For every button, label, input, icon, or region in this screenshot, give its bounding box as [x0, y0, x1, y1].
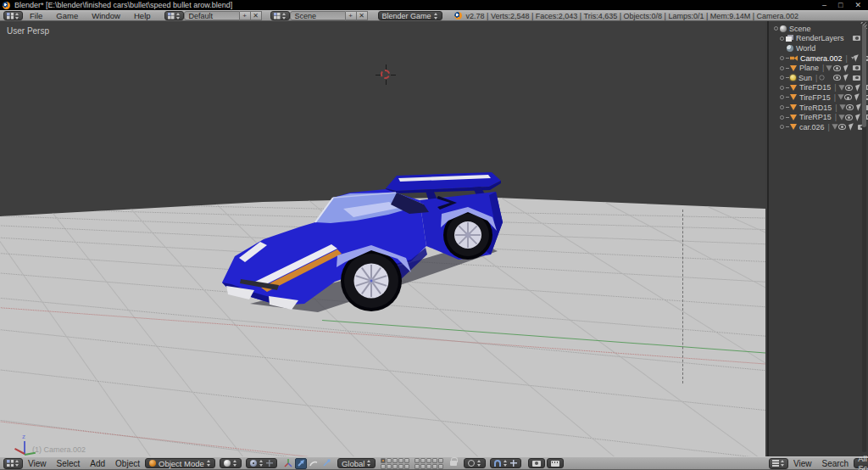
- visibility-toggle-icon[interactable]: [845, 115, 853, 120]
- mesh-data-icon[interactable]: [838, 85, 844, 90]
- selectable-toggle-icon[interactable]: [849, 123, 855, 131]
- render-engine-dropdown[interactable]: Blender Game: [378, 11, 442, 20]
- layer-toggle[interactable]: [387, 464, 392, 469]
- layer-toggle[interactable]: [420, 458, 426, 463]
- expand-toggle[interactable]: [780, 95, 784, 99]
- render-toggle-icon[interactable]: [853, 76, 860, 81]
- scene-browse-button[interactable]: [270, 11, 290, 20]
- mesh-data-icon[interactable]: [837, 95, 843, 100]
- mode-dropdown[interactable]: Object Mode: [145, 458, 215, 468]
- transform-orientation-dropdown[interactable]: Global: [337, 458, 376, 468]
- mesh-data-icon[interactable]: [826, 65, 832, 70]
- selectable-toggle-icon[interactable]: [854, 94, 861, 102]
- scale-manipulator-button[interactable]: [320, 458, 332, 469]
- expand-toggle[interactable]: [780, 105, 784, 109]
- mesh-data-icon[interactable]: [838, 115, 844, 120]
- menu-file[interactable]: File: [23, 11, 49, 20]
- layer-toggle[interactable]: [404, 458, 409, 463]
- close-scene-button[interactable]: ✕: [357, 11, 368, 20]
- visibility-toggle-icon[interactable]: [833, 65, 841, 71]
- layer-toggle[interactable]: [438, 464, 443, 469]
- layer-toggle[interactable]: [438, 458, 443, 463]
- visibility-toggle-icon[interactable]: [833, 75, 841, 81]
- layer-toggle[interactable]: [415, 458, 420, 463]
- opengl-render-anim-button[interactable]: [547, 458, 564, 468]
- car-model[interactable]: [216, 170, 509, 318]
- selectable-toggle-icon[interactable]: [854, 54, 860, 62]
- layer-toggle[interactable]: [387, 458, 392, 463]
- selectable-toggle-icon[interactable]: [843, 75, 850, 82]
- menu-window[interactable]: Window: [85, 11, 127, 20]
- expand-toggle[interactable]: [780, 56, 784, 60]
- translate-manipulator-button[interactable]: [295, 458, 307, 469]
- outliner-row-plane[interactable]: Plane |: [780, 63, 868, 73]
- scene-field[interactable]: Scene: [290, 11, 346, 20]
- expand-toggle[interactable]: [780, 76, 784, 80]
- outliner-row-world[interactable]: World: [780, 43, 868, 53]
- mesh-data-icon[interactable]: [832, 125, 837, 130]
- maximize-button[interactable]: □: [838, 1, 843, 9]
- menu-select[interactable]: Select: [52, 459, 86, 468]
- rotate-manipulator-button[interactable]: [308, 458, 320, 469]
- screen-layout-browse-button[interactable]: [164, 11, 184, 20]
- viewport-shading-dropdown[interactable]: [220, 458, 242, 468]
- expand-toggle[interactable]: [780, 86, 784, 90]
- layer-toggle[interactable]: [381, 458, 386, 463]
- add-scene-button[interactable]: +: [346, 11, 357, 20]
- outliner-row-tirefd15[interactable]: TireFD15 |: [780, 83, 868, 93]
- display-mode-dropdown[interactable]: All Scenes: [854, 458, 868, 468]
- menu-search[interactable]: Search: [817, 459, 854, 468]
- render-toggle-icon[interactable]: [853, 36, 860, 41]
- layer-toggle[interactable]: [404, 464, 409, 469]
- render-toggle-icon[interactable]: [853, 65, 860, 70]
- layer-toggle[interactable]: [392, 464, 398, 469]
- menu-object[interactable]: Object: [110, 459, 145, 468]
- mesh-data-icon[interactable]: [839, 104, 845, 109]
- expand-toggle[interactable]: [774, 26, 778, 31]
- opengl-render-button[interactable]: [528, 458, 545, 468]
- outliner-row-car026[interactable]: car.026 |: [780, 122, 868, 132]
- menu-view[interactable]: View: [788, 459, 817, 468]
- screen-layout-field[interactable]: Default: [184, 11, 240, 20]
- visibility-toggle-icon[interactable]: [846, 104, 854, 110]
- layer-toggle[interactable]: [415, 464, 420, 469]
- manipulator-axis-button[interactable]: [282, 458, 294, 469]
- close-button[interactable]: ✕: [854, 1, 861, 9]
- 3d-cursor[interactable]: [379, 68, 392, 81]
- layer-toggle[interactable]: [398, 464, 403, 469]
- layer-toggle[interactable]: [398, 458, 403, 463]
- outliner-row-tirefp15[interactable]: TireFP15 |: [780, 92, 868, 103]
- expand-toggle[interactable]: [780, 36, 784, 41]
- layer-toggle[interactable]: [392, 458, 398, 463]
- pivot-point-dropdown[interactable]: [246, 458, 277, 468]
- scrollbar-thumb[interactable]: [862, 24, 866, 127]
- layer-toggle[interactable]: [381, 464, 386, 469]
- add-layout-button[interactable]: +: [240, 11, 251, 20]
- expand-toggle[interactable]: [780, 66, 784, 70]
- editor-type-button[interactable]: [769, 458, 788, 469]
- selectable-toggle-icon[interactable]: [855, 114, 862, 121]
- layer-toggle[interactable]: [432, 458, 437, 463]
- outliner-row-tirerp15[interactable]: TireRP15 |: [780, 112, 868, 122]
- layer-toggle[interactable]: [426, 464, 431, 469]
- expand-toggle[interactable]: [780, 115, 784, 120]
- visibility-toggle-icon[interactable]: [845, 85, 853, 91]
- close-layout-button[interactable]: ✕: [251, 11, 262, 20]
- layer-toggle[interactable]: [432, 464, 437, 469]
- menu-add[interactable]: Add: [85, 459, 110, 468]
- expand-toggle[interactable]: [780, 125, 784, 129]
- outliner-row-sun[interactable]: Sun |: [780, 73, 868, 83]
- layer-toggle[interactable]: [426, 458, 431, 463]
- minimize-button[interactable]: –: [822, 1, 826, 9]
- outliner-row-scene[interactable]: Scene: [774, 24, 868, 34]
- menu-game[interactable]: Game: [49, 11, 85, 20]
- outliner-row-renderlayers[interactable]: RenderLayers: [780, 34, 868, 44]
- lamp-data-icon[interactable]: [820, 76, 825, 81]
- editor-type-button[interactable]: [3, 11, 23, 20]
- visibility-toggle-icon[interactable]: [838, 124, 846, 130]
- layer-toggle[interactable]: [420, 464, 426, 469]
- 3d-viewport[interactable]: User Persp (1) Camera.002 z: [0, 21, 765, 456]
- proportional-editing-dropdown[interactable]: [464, 458, 486, 468]
- selectable-toggle-icon[interactable]: [855, 84, 862, 92]
- visibility-toggle-icon[interactable]: [844, 94, 852, 100]
